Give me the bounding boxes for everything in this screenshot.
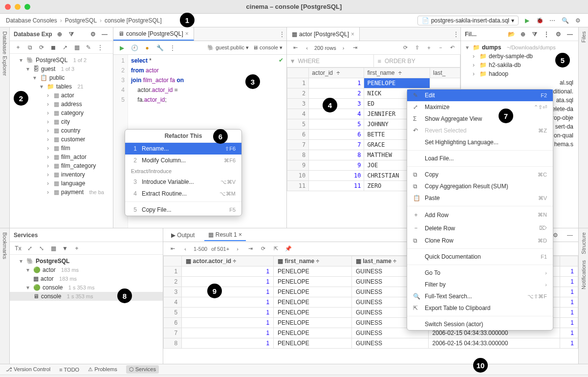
row-number[interactable]: 1: [164, 266, 182, 277]
cell[interactable]: 1: [560, 328, 578, 338]
cell[interactable]: 5: [309, 119, 364, 130]
pin-icon[interactable]: 📌: [284, 244, 293, 253]
tree-table[interactable]: ›▦inventory: [10, 170, 113, 179]
cell[interactable]: 1: [560, 277, 578, 287]
tree-table[interactable]: ›▦country: [10, 126, 113, 135]
tx-icon[interactable]: ●: [143, 44, 152, 52]
collapse-icon[interactable]: ⤡: [37, 244, 46, 253]
tree-schema[interactable]: ▾📋public: [10, 73, 113, 82]
first-page-icon[interactable]: ⇤: [168, 244, 177, 253]
row-number[interactable]: 8: [164, 338, 182, 349]
row-number[interactable]: 5: [287, 119, 309, 130]
schema-selector[interactable]: 🐘 guest.public ▾: [207, 44, 249, 51]
cell[interactable]: 1: [182, 266, 274, 277]
where-filter[interactable]: ▼ WHERE: [287, 55, 374, 67]
row-number[interactable]: 6: [287, 130, 309, 140]
add-icon[interactable]: +: [72, 244, 81, 253]
version-control-tool[interactable]: ⎇ Version Control: [6, 366, 50, 373]
menu-item-switch-session[interactable]: Switch Session (actor): [407, 318, 553, 330]
tree-datasource[interactable]: ▾🐘PostgreSQL: [10, 257, 163, 266]
tree-datasource[interactable]: ▾🐘PostgreSQL 1 of 2: [10, 56, 113, 65]
first-page-icon[interactable]: ⇤: [291, 44, 300, 52]
cell[interactable]: 1: [182, 328, 274, 338]
session-selector[interactable]: 🖥 console ▾: [253, 44, 283, 51]
row-number[interactable]: 3: [287, 99, 309, 109]
settings-icon[interactable]: ⚙: [573, 16, 582, 25]
cell[interactable]: 9: [309, 160, 364, 171]
menu-item-clone-row[interactable]: ⧉Clone Row⌘D: [407, 235, 553, 246]
bookmarks-tab[interactable]: Bookmarks: [2, 232, 8, 259]
menu-item-edit[interactable]: ✎EditF2: [407, 89, 553, 101]
row-number[interactable]: 1: [287, 78, 309, 89]
next-page-icon[interactable]: ›: [339, 44, 348, 52]
menu-item-highlighting[interactable]: Set Highlighting Language...: [407, 136, 553, 148]
more-actions-button[interactable]: ⋯: [548, 16, 557, 25]
cell[interactable]: 1: [182, 338, 274, 349]
cell[interactable]: 7: [309, 140, 364, 150]
cell[interactable]: PENELOPE: [274, 308, 352, 318]
tree-result[interactable]: 🖥console 1 s 353 ms: [10, 292, 163, 301]
refresh-icon[interactable]: ⟳: [37, 43, 46, 52]
submit-icon[interactable]: ⇧: [413, 44, 421, 52]
tree-tables-group[interactable]: ▾📁tables 21: [10, 82, 113, 91]
structure-tab[interactable]: Structure: [581, 232, 587, 254]
export-icon[interactable]: ⇱: [271, 244, 280, 253]
cell[interactable]: 10: [309, 171, 364, 181]
tree-table[interactable]: ›▦language: [10, 179, 113, 188]
cell[interactable]: 1: [182, 318, 274, 328]
last-page-icon[interactable]: ⇥: [351, 44, 360, 52]
next-page-icon[interactable]: ›: [233, 244, 242, 253]
tree-folder[interactable]: ▾📁dumps ~/Downloads/dumps: [463, 43, 576, 52]
delete-row-icon[interactable]: －: [436, 44, 445, 52]
search-icon[interactable]: 🔍: [561, 16, 569, 25]
tree-table[interactable]: ›▦city: [10, 117, 113, 126]
row-number[interactable]: 8: [287, 150, 309, 160]
row-number[interactable]: 10: [287, 171, 309, 181]
expand-icon[interactable]: ⤢: [25, 244, 34, 253]
tree-table[interactable]: ›▦customer: [10, 135, 113, 144]
tree-table[interactable]: ›▦film_category: [10, 161, 113, 170]
menu-item-delete-row[interactable]: －Delete Row⌦: [407, 222, 553, 235]
row-number[interactable]: 4: [287, 109, 309, 119]
cell[interactable]: PENELOPE: [274, 328, 352, 338]
menu-item-aggregate-view[interactable]: ΣShow Aggregate View: [407, 113, 553, 125]
row-number[interactable]: 7: [287, 140, 309, 150]
breadcrumb-item[interactable]: PostgreSQL: [65, 17, 97, 24]
add-icon[interactable]: ⊕: [55, 30, 64, 39]
tree-file[interactable]: al.sql: [463, 78, 576, 87]
filter-icon[interactable]: ▼: [61, 244, 69, 253]
cell[interactable]: 6: [309, 130, 364, 140]
prev-page-icon[interactable]: ‹: [303, 44, 311, 52]
new-icon[interactable]: +: [14, 43, 22, 52]
zoom-window[interactable]: [24, 4, 30, 10]
settings-icon[interactable]: 🔧: [155, 44, 164, 52]
tree-table[interactable]: ›▦category: [10, 109, 113, 117]
data-tab[interactable]: ▦ actor [PostgreSQL] ×: [287, 27, 360, 41]
tree-folder[interactable]: ›📁hadoop: [463, 69, 576, 78]
jump-icon[interactable]: ↗: [61, 43, 69, 52]
tree-result[interactable]: ▦actor 183 ms: [10, 274, 163, 283]
more-icon[interactable]: ⋮: [168, 44, 177, 52]
notifications-tab[interactable]: Notifications: [581, 260, 587, 289]
breadcrumb-item[interactable]: console [PostgreSQL]: [105, 17, 162, 24]
cell[interactable]: 11: [309, 181, 364, 191]
reload-icon[interactable]: ⟳: [259, 244, 267, 253]
cell[interactable]: 8: [309, 150, 364, 160]
todo-tool[interactable]: ≡ TODO: [59, 367, 79, 373]
row-range[interactable]: 200 rows: [314, 45, 336, 51]
cell[interactable]: 1: [560, 318, 578, 328]
row-number[interactable]: 9: [287, 160, 309, 171]
row-number[interactable]: 4: [164, 297, 182, 308]
menu-item-copy-file[interactable]: 5Copy File...F5: [125, 204, 241, 216]
execute-button[interactable]: ▶: [117, 44, 126, 52]
history-icon[interactable]: 🕘: [130, 44, 139, 52]
menu-item-introduce-variable[interactable]: 3Introduce Variable...⌥⌘V: [125, 176, 241, 188]
revert-icon[interactable]: ↶: [448, 44, 457, 52]
group-icon[interactable]: ▦: [49, 244, 58, 253]
menu-item-add-row[interactable]: ＋Add Row⌘N: [407, 208, 553, 222]
cell[interactable]: GUINESS: [351, 338, 428, 349]
settings-icon[interactable]: ⚙: [88, 30, 97, 39]
menu-item-fulltext-search[interactable]: 🔍Full-Text Search...⌥⇧⌘F: [407, 290, 553, 302]
filter-icon[interactable]: ▦: [72, 43, 81, 52]
run-button[interactable]: ▶: [523, 16, 531, 25]
